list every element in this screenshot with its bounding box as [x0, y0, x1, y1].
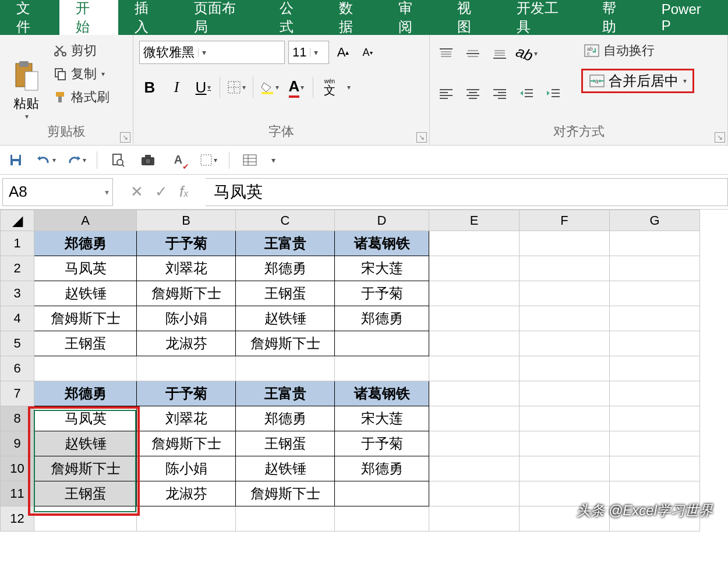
col-header-F[interactable]: F — [520, 210, 610, 231]
cell[interactable] — [610, 431, 700, 456]
save-button[interactable] — [6, 150, 26, 170]
cell[interactable] — [137, 356, 236, 381]
cell[interactable]: 马凤英 — [34, 256, 137, 281]
row-header[interactable]: 3 — [1, 281, 34, 306]
copy-button[interactable]: 复制▾ — [51, 64, 112, 84]
cell[interactable]: 郑德勇 — [335, 456, 429, 481]
cell[interactable] — [335, 481, 429, 506]
increase-font-button[interactable]: A▴ — [333, 42, 354, 63]
cell[interactable]: 王钢蛋 — [34, 331, 137, 356]
row-header[interactable]: 12 — [1, 506, 34, 531]
grid-table[interactable]: ◢ A B C D E F G 1 郑德勇于予菊王富贵诸葛钢铁 2 马凤英刘翠花… — [0, 210, 700, 531]
cell[interactable] — [520, 456, 610, 481]
cell[interactable]: 宋大莲 — [335, 256, 429, 281]
cell[interactable] — [610, 406, 700, 431]
tab-review[interactable]: 审阅 — [382, 0, 441, 35]
col-header-E[interactable]: E — [429, 210, 520, 231]
cell[interactable]: 龙淑芬 — [137, 481, 236, 506]
dialog-launcher-icon[interactable]: ↘ — [715, 132, 725, 143]
font-size-combo[interactable]: 11▾ — [288, 41, 329, 64]
cell[interactable]: 王钢蛋 — [236, 431, 335, 456]
cell[interactable] — [520, 431, 610, 456]
cell[interactable]: 郑德勇 — [34, 231, 137, 256]
select-all-corner[interactable]: ◢ — [1, 210, 34, 231]
cell[interactable] — [429, 281, 520, 306]
tab-help[interactable]: 帮助 — [586, 0, 645, 35]
borders-button[interactable]: ▾ — [226, 77, 247, 98]
cell[interactable] — [520, 256, 610, 281]
col-header-D[interactable]: D — [335, 210, 429, 231]
cell[interactable] — [335, 356, 429, 381]
cell[interactable]: 王富贵 — [236, 381, 335, 406]
tab-power[interactable]: Power P — [645, 0, 728, 35]
cell[interactable] — [610, 231, 700, 256]
align-top-button[interactable] — [436, 43, 457, 64]
cell[interactable] — [429, 506, 520, 531]
undo-button[interactable]: ▾ — [36, 150, 56, 170]
cell[interactable]: 郑德勇 — [34, 381, 137, 406]
align-middle-button[interactable] — [462, 43, 483, 64]
cell[interactable] — [610, 381, 700, 406]
dialog-launcher-icon[interactable]: ↘ — [416, 132, 427, 143]
row-header[interactable]: 2 — [1, 256, 34, 281]
cell[interactable]: 詹姆斯下士 — [236, 481, 335, 506]
align-center-button[interactable] — [462, 83, 483, 104]
cell[interactable] — [236, 506, 335, 531]
fx-button[interactable]: fx — [179, 183, 188, 201]
font-name-combo[interactable]: 微软雅黑▾ — [139, 41, 285, 64]
cell[interactable]: 赵铁锤 — [236, 306, 335, 331]
orientation-button[interactable]: ab▾ — [516, 43, 538, 64]
row-header[interactable]: 7 — [1, 381, 34, 406]
cell[interactable] — [335, 331, 429, 356]
cell[interactable]: 宋大莲 — [335, 406, 429, 431]
cell[interactable]: 王钢蛋 — [236, 281, 335, 306]
row-header[interactable]: 6 — [1, 356, 34, 381]
fill-color-button[interactable]: ▾ — [259, 77, 280, 98]
cell[interactable]: 龙淑芬 — [137, 331, 236, 356]
enter-formula-button[interactable]: ✓ — [155, 183, 168, 201]
cell[interactable]: 陈小娟 — [137, 456, 236, 481]
cell[interactable] — [137, 506, 236, 531]
cell[interactable]: 詹姆斯下士 — [34, 456, 137, 481]
cell[interactable] — [429, 481, 520, 506]
cell[interactable] — [610, 331, 700, 356]
cell[interactable]: 王富贵 — [236, 231, 335, 256]
tab-formulas[interactable]: 公式 — [263, 0, 323, 35]
name-box[interactable]: A8▾ — [2, 178, 113, 206]
cell[interactable] — [34, 506, 137, 531]
redo-button[interactable]: ▾ — [66, 150, 86, 170]
cell[interactable] — [429, 231, 520, 256]
cell[interactable] — [429, 431, 520, 456]
cell[interactable]: 郑德勇 — [335, 306, 429, 331]
col-header-C[interactable]: C — [236, 210, 335, 231]
bold-button[interactable]: B — [139, 77, 160, 98]
cell[interactable]: 詹姆斯下士 — [34, 306, 137, 331]
cancel-formula-button[interactable]: ✕ — [130, 183, 143, 201]
cell[interactable]: 郑德勇 — [236, 406, 335, 431]
phonetic-button[interactable]: wén文 — [319, 77, 340, 98]
dialog-launcher-icon[interactable]: ↘ — [120, 132, 130, 143]
cell[interactable] — [520, 231, 610, 256]
row-header[interactable]: 4 — [1, 306, 34, 331]
align-left-button[interactable] — [436, 83, 457, 104]
cell[interactable] — [429, 381, 520, 406]
form-button[interactable] — [240, 150, 260, 170]
camera-button[interactable] — [138, 150, 158, 170]
print-preview-button[interactable] — [108, 150, 128, 170]
cell[interactable] — [520, 281, 610, 306]
tab-home[interactable]: 开始 — [59, 0, 119, 35]
tab-dev[interactable]: 开发工具 — [500, 0, 586, 35]
cell[interactable]: 詹姆斯下士 — [137, 281, 236, 306]
col-header-G[interactable]: G — [610, 210, 700, 231]
cell[interactable]: 赵铁锤 — [236, 456, 335, 481]
cell[interactable]: 赵铁锤 — [34, 431, 137, 456]
cell[interactable]: 诸葛钢铁 — [335, 381, 429, 406]
align-bottom-button[interactable] — [489, 43, 510, 64]
col-header-A[interactable]: A — [34, 210, 137, 231]
cell[interactable]: 詹姆斯下士 — [137, 431, 236, 456]
row-header[interactable]: 5 — [1, 331, 34, 356]
cell[interactable]: 于予菊 — [335, 281, 429, 306]
format-painter-button[interactable]: 格式刷 — [51, 87, 112, 107]
cell[interactable] — [429, 356, 520, 381]
cell[interactable] — [34, 356, 137, 381]
